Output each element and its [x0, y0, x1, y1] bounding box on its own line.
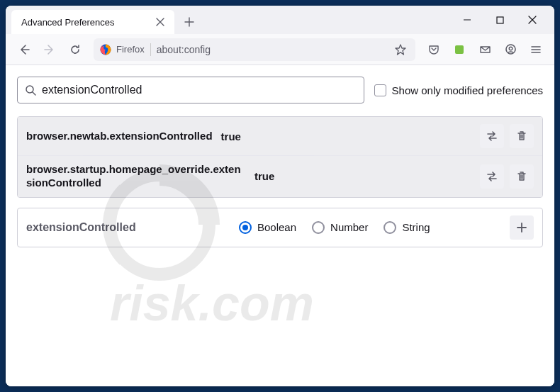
- identity-box[interactable]: Firefox: [99, 43, 151, 56]
- reload-icon: [69, 44, 81, 55]
- checkbox-label: Show only modified preferences: [392, 84, 543, 96]
- close-icon: [528, 16, 537, 24]
- pocket-button[interactable]: [422, 38, 445, 61]
- delete-button[interactable]: [510, 164, 534, 189]
- content-area: Show only modified preferences browser.n…: [6, 65, 554, 386]
- pref-row[interactable]: browser.newtab.extensionControlled true: [18, 117, 542, 155]
- forward-button[interactable]: [38, 38, 61, 61]
- radio-label: String: [402, 221, 430, 233]
- arrow-left-icon: [18, 44, 30, 55]
- radio-string[interactable]: String: [383, 221, 430, 234]
- mail-icon: [479, 43, 491, 55]
- svg-rect-0: [497, 17, 503, 23]
- plus-icon: [516, 222, 527, 233]
- extension-button[interactable]: [448, 38, 471, 61]
- bookmark-star-button[interactable]: [391, 40, 410, 59]
- radio-icon: [312, 221, 325, 234]
- toggle-button[interactable]: [480, 164, 504, 189]
- arrow-right-icon: [44, 44, 55, 55]
- toggle-icon: [486, 130, 498, 142]
- add-button[interactable]: [510, 215, 534, 240]
- pref-value: true: [221, 130, 471, 142]
- toolbar-right-icons: [422, 38, 547, 61]
- add-pref-name: extensionControlled: [26, 221, 225, 234]
- hamburger-icon: [530, 44, 542, 55]
- toggle-button[interactable]: [480, 124, 504, 148]
- svg-point-3: [509, 47, 513, 50]
- radio-label: Boolean: [257, 221, 296, 233]
- new-tab-button[interactable]: [179, 11, 200, 33]
- radio-icon: [239, 221, 252, 234]
- account-button[interactable]: [499, 38, 522, 61]
- trash-icon: [516, 130, 527, 142]
- app-menu-button[interactable]: [525, 38, 547, 61]
- firefox-logo-icon: [99, 43, 112, 56]
- pref-name: browser.startup.homepage_override.extens…: [26, 163, 246, 190]
- tab-advanced-preferences[interactable]: Advanced Preferences: [11, 10, 174, 34]
- close-icon: [156, 18, 164, 26]
- reload-button[interactable]: [64, 38, 86, 61]
- pref-row-actions: [480, 124, 534, 148]
- radio-label: Number: [330, 221, 368, 233]
- maximize-icon: [496, 16, 504, 24]
- plus-icon: [184, 17, 194, 27]
- inbox-button[interactable]: [474, 38, 496, 61]
- search-icon: [25, 84, 36, 96]
- pref-row[interactable]: browser.startup.homepage_override.extens…: [18, 155, 542, 197]
- identity-label: Firefox: [116, 44, 145, 55]
- puzzle-icon: [454, 44, 465, 55]
- checkbox-icon: [374, 84, 386, 96]
- url-bar[interactable]: Firefox about:config: [94, 38, 415, 61]
- toggle-icon: [486, 170, 498, 183]
- close-window-button[interactable]: [516, 9, 549, 31]
- radio-boolean[interactable]: Boolean: [239, 221, 296, 234]
- search-row: Show only modified preferences: [17, 77, 543, 103]
- nav-toolbar: Firefox about:config: [6, 34, 554, 65]
- pref-search-box[interactable]: [17, 77, 364, 103]
- maximize-button[interactable]: [483, 9, 516, 31]
- minimize-icon: [463, 16, 471, 24]
- pref-name: browser.newtab.extensionControlled: [26, 130, 213, 143]
- url-text: about:config: [157, 44, 386, 55]
- type-radio-group: Boolean Number String: [239, 221, 495, 234]
- star-icon: [395, 44, 406, 55]
- back-button[interactable]: [13, 38, 35, 61]
- svg-rect-2: [455, 45, 464, 54]
- pocket-icon: [428, 44, 439, 55]
- add-pref-row: extensionControlled Boolean Number Strin…: [17, 208, 543, 247]
- pref-value: true: [254, 170, 471, 182]
- radio-icon: [383, 221, 396, 234]
- minimize-button[interactable]: [451, 9, 483, 31]
- show-modified-checkbox[interactable]: Show only modified preferences: [374, 84, 543, 96]
- delete-button[interactable]: [510, 124, 534, 148]
- svg-text:risk.com: risk.com: [110, 276, 314, 331]
- tab-title: Advanced Preferences: [21, 17, 115, 28]
- radio-number[interactable]: Number: [312, 221, 368, 234]
- trash-icon: [516, 171, 527, 182]
- pref-search-input[interactable]: [42, 84, 357, 96]
- account-icon: [505, 43, 517, 55]
- window-controls: [451, 9, 549, 31]
- pref-list: browser.newtab.extensionControlled true …: [17, 116, 543, 198]
- titlebar: Advanced Preferences: [6, 6, 554, 34]
- tab-close-button[interactable]: [153, 15, 167, 29]
- browser-window: Advanced Preferences Firefox about:confi…: [6, 6, 554, 386]
- pref-row-actions: [480, 164, 534, 189]
